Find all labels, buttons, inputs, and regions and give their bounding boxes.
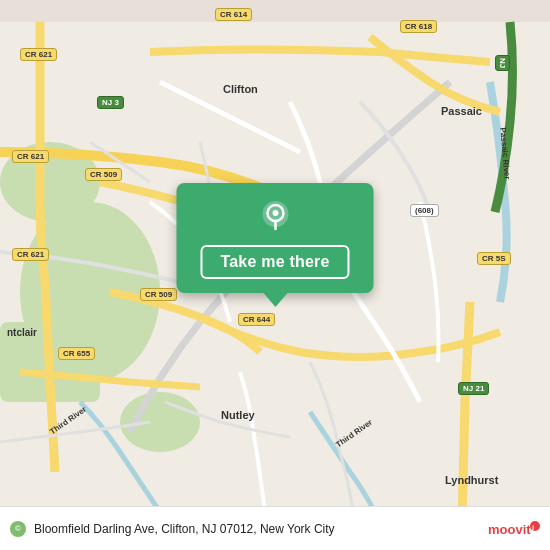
svg-text:i: i <box>532 523 534 532</box>
location-pin-icon <box>257 199 293 235</box>
osm-logo-icon: © <box>10 521 26 537</box>
address-text: Bloomfield Darling Ave, Clifton, NJ 0701… <box>34 522 335 536</box>
moovit-icon: moovit i <box>488 518 540 540</box>
svg-point-7 <box>272 210 278 216</box>
road-badge-nj21: NJ 21 <box>458 382 489 395</box>
road-badge-cr509-mid: CR 509 <box>140 288 177 301</box>
map-container: CR 621 CR 614 CR 618 NJ 3 Clifton Passai… <box>0 0 550 550</box>
road-badge-nj3: NJ 3 <box>97 96 124 109</box>
road-badge-cr621-low: CR 621 <box>12 248 49 261</box>
road-badge-cr509-left: CR 509 <box>85 168 122 181</box>
osm-credit: © Bloomfield Darling Ave, Clifton, NJ 07… <box>10 521 335 537</box>
road-badge-cr5s: CR 5S <box>477 252 511 265</box>
svg-text:moovit: moovit <box>488 522 531 537</box>
road-badge-cr621-top: CR 621 <box>20 48 57 61</box>
card-box: Take me there <box>176 183 373 293</box>
nutley-label: Nutley <box>218 408 258 422</box>
road-badge-cr618: CR 618 <box>400 20 437 33</box>
moovit-logo: moovit i <box>488 518 540 540</box>
road-badge-608: (608) <box>410 204 439 217</box>
take-me-there-button[interactable]: Take me there <box>200 245 349 279</box>
clifton-label: Clifton <box>220 82 261 96</box>
card-pointer <box>263 293 287 307</box>
location-card: Take me there <box>176 183 373 307</box>
road-badge-cr614: CR 614 <box>215 8 252 21</box>
lyndhurst-label: Lyndhurst <box>442 473 501 487</box>
montclair-label: ntclair <box>4 326 40 339</box>
bottom-bar: © Bloomfield Darling Ave, Clifton, NJ 07… <box>0 506 550 550</box>
road-badge-cr644: CR 644 <box>238 313 275 326</box>
road-badge-nj-top: NJ <box>495 55 510 71</box>
passaic-label: Passaic <box>438 104 485 118</box>
road-badge-cr621-mid: CR 621 <box>12 150 49 163</box>
road-badge-cr655: CR 655 <box>58 347 95 360</box>
